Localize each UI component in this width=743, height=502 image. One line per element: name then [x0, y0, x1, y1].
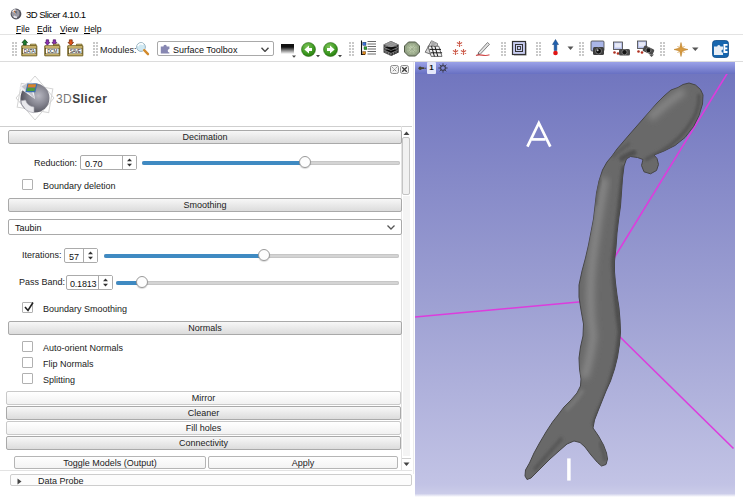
svg-text:DCM: DCM — [47, 49, 57, 54]
svg-text:SAVE: SAVE — [70, 49, 81, 54]
svg-text:DATA: DATA — [24, 49, 36, 54]
